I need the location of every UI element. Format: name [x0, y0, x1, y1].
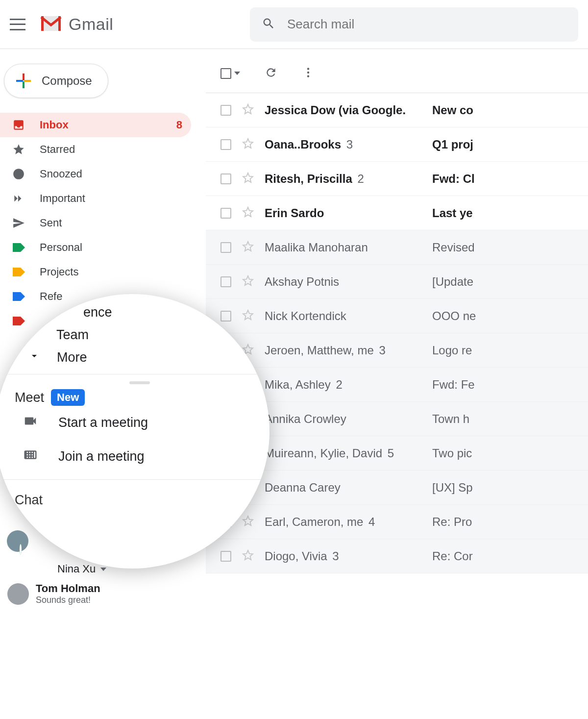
- sender: Annika Crowley: [265, 412, 421, 426]
- row-checkbox[interactable]: [220, 276, 231, 287]
- keyboard-icon: [22, 447, 39, 466]
- row-checkbox[interactable]: [220, 242, 231, 253]
- sidebar-item-label: Refe: [40, 290, 62, 303]
- search-bar: [201, 7, 578, 42]
- sender: Ritesh, Priscilla 2: [265, 172, 421, 186]
- star-icon[interactable]: [242, 138, 254, 151]
- sender: Jessica Dow (via Google.: [265, 103, 421, 117]
- sender: Akshay Potnis: [265, 275, 421, 289]
- svg-rect-2: [16, 80, 23, 82]
- message-pane: Jessica Dow (via Google.New coOana..Broo…: [206, 54, 588, 573]
- sidebar-item-projects[interactable]: Projects: [0, 260, 191, 284]
- sidebar: Compose Inbox8StarredSnoozedImportantSen…: [0, 54, 191, 333]
- sidebar-item-important[interactable]: Important: [0, 186, 191, 211]
- message-row[interactable]: Earl, Cameron, me 4Re: Pro: [206, 505, 588, 539]
- chevron-down-icon: [28, 350, 40, 365]
- message-row[interactable]: Oana..Brooks 3Q1 proj: [206, 127, 588, 162]
- select-all[interactable]: [220, 68, 240, 79]
- join-meeting-button[interactable]: Join a meeting: [20, 440, 260, 473]
- sidebar-item-inbox[interactable]: Inbox8: [0, 113, 191, 137]
- star-icon[interactable]: [242, 549, 254, 563]
- gmail-icon: [40, 15, 62, 34]
- message-row[interactable]: Erin SardoLast ye: [206, 196, 588, 230]
- sender: Nick Kortendick: [265, 309, 421, 323]
- row-checkbox[interactable]: [220, 311, 231, 322]
- svg-rect-1: [23, 81, 24, 88]
- message-row[interactable]: Deanna Carey[UX] Sp: [206, 471, 588, 505]
- row-checkbox[interactable]: [220, 105, 231, 116]
- contact-status: Sounds great!: [36, 595, 100, 605]
- avatar: [7, 583, 29, 605]
- subject: Logo re: [432, 344, 472, 357]
- star-icon[interactable]: [242, 103, 254, 117]
- account-switcher[interactable]: Nina Xu: [57, 563, 106, 575]
- subject: Revised: [432, 241, 475, 254]
- svg-point-6: [307, 75, 309, 77]
- message-row[interactable]: Akshay Potnis[Update: [206, 265, 588, 299]
- sidebar-item-sent[interactable]: Sent: [0, 211, 191, 235]
- star-icon[interactable]: [242, 515, 254, 529]
- star-icon[interactable]: [242, 309, 254, 323]
- sidebar-more[interactable]: More: [20, 350, 260, 365]
- subject: [UX] Sp: [432, 481, 473, 495]
- sender: Diogo, Vivia 3: [265, 549, 421, 563]
- message-row[interactable]: Maalika ManoharanRevised: [206, 230, 588, 265]
- caret-down-icon: [100, 568, 106, 571]
- message-row[interactable]: Jeroen, Matthew, me 3Logo re: [206, 333, 588, 368]
- more-button[interactable]: [302, 66, 315, 81]
- resize-handle[interactable]: [129, 381, 150, 384]
- compose-label: Compose: [42, 74, 92, 88]
- subject: New co: [432, 103, 473, 117]
- subject: OOO ne: [432, 309, 476, 323]
- sidebar-item-label: Sent: [40, 217, 62, 229]
- new-badge: New: [51, 389, 85, 406]
- main-menu-button[interactable]: [10, 19, 25, 30]
- subject: Q1 proj: [432, 138, 473, 151]
- inbox-icon: [12, 119, 25, 131]
- sender: Erin Sardo: [265, 206, 421, 220]
- star-icon[interactable]: [242, 206, 254, 220]
- star-icon[interactable]: [242, 241, 254, 254]
- message-row[interactable]: Diogo, Vivia 3Re: Cor: [206, 539, 588, 573]
- star-icon[interactable]: [242, 275, 254, 289]
- meet-section-title: Meet: [15, 390, 44, 405]
- chevrons-icon: [12, 192, 25, 205]
- toolbar: [206, 54, 588, 93]
- subject: Two pic: [432, 446, 472, 460]
- row-checkbox[interactable]: [220, 208, 231, 219]
- sidebar-item-personal[interactable]: Personal: [0, 235, 191, 260]
- hangouts-contact[interactable]: Tom Holman Sounds great!: [7, 582, 106, 605]
- message-row[interactable]: Jessica Dow (via Google.New co: [206, 93, 588, 127]
- row-checkbox[interactable]: [220, 551, 231, 562]
- avatar: [7, 530, 22, 554]
- sender: Maalika Manoharan: [265, 241, 421, 254]
- sidebar-item-label: Projects: [40, 266, 78, 278]
- svg-rect-0: [23, 74, 24, 80]
- row-checkbox[interactable]: [220, 174, 231, 184]
- gmail-logo[interactable]: Gmail: [40, 15, 113, 34]
- message-row[interactable]: Nick KortendickOOO ne: [206, 299, 588, 333]
- refresh-button[interactable]: [265, 66, 277, 81]
- svg-point-5: [307, 71, 309, 73]
- chat-section-title: Chat: [15, 493, 260, 508]
- compose-button[interactable]: Compose: [4, 64, 108, 98]
- sidebar-item-starred[interactable]: Starred: [0, 137, 191, 162]
- star-icon[interactable]: [242, 172, 254, 186]
- star-icon: [12, 143, 25, 156]
- row-checkbox[interactable]: [220, 139, 231, 150]
- sidebar-item-team[interactable]: Team: [20, 327, 260, 343]
- search-input[interactable]: [287, 17, 566, 32]
- message-row[interactable]: Ritesh, Priscilla 2Fwd: Cl: [206, 162, 588, 196]
- clock-icon: [12, 168, 25, 180]
- sidebar-item-label: Personal: [40, 241, 82, 254]
- subject: Fwd: Cl: [432, 172, 475, 186]
- search-container[interactable]: [250, 7, 578, 42]
- sender: Mika, Ashley 2: [265, 378, 421, 392]
- sender: Oana..Brooks 3: [265, 138, 421, 151]
- sidebar-item-snoozed[interactable]: Snoozed: [0, 162, 191, 186]
- subject: Last ye: [432, 206, 473, 220]
- sidebar-item-label: Starred: [40, 143, 75, 156]
- meet-zoom-overlay: ence Team More Meet New Start a meeting …: [0, 294, 270, 569]
- start-meeting-button[interactable]: Start a meeting: [20, 406, 260, 440]
- svg-rect-3: [24, 80, 31, 82]
